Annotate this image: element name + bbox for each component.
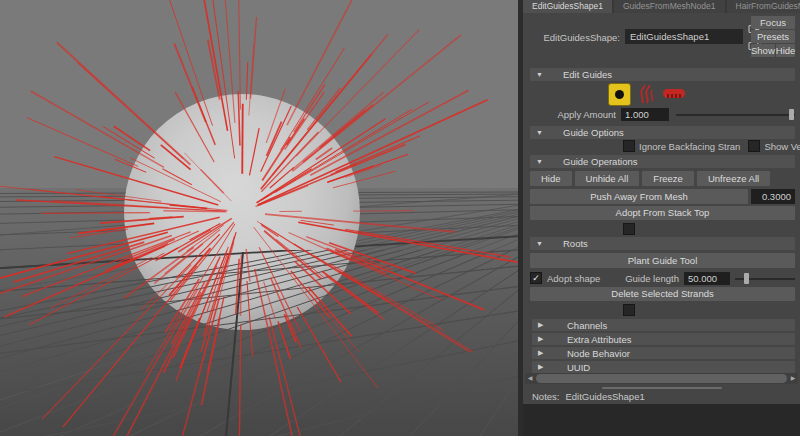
collapsed-triangle-icon: ▶ [538, 363, 548, 371]
adopt-from-stack-button[interactable]: Adopt From Stack Top [530, 206, 795, 220]
adopt-stack-row: Adopt From Stack Top [530, 206, 795, 220]
section-uuid[interactable]: ▶ UUID [532, 361, 795, 373]
slider-handle[interactable] [789, 109, 794, 120]
unlabeled-checkbox[interactable] [623, 304, 635, 316]
node-name-label: EditGuidesShape: [530, 32, 620, 43]
collapsed-triangle-icon: ▶ [538, 349, 548, 357]
node-tab-bar: EditGuidesShape1 GuidesFromMeshNode1 Hai… [523, 0, 800, 13]
horizontal-scrollbar[interactable]: ◀ ▶ [525, 373, 798, 384]
slider-track [676, 114, 795, 116]
ignore-backfacing-label: Ignore Backfacing Stran [639, 141, 740, 152]
node-name-field[interactable]: EditGuidesShape1 [625, 29, 743, 44]
section-edit-guides[interactable]: ▼ Edit Guides [530, 68, 795, 81]
show-button[interactable]: Show [751, 44, 775, 57]
expand-triangle-icon: ▼ [536, 71, 546, 78]
adopt-shape-row: ✓ Adopt shape Guide length 50.000 [530, 271, 795, 285]
edit-guides-toolbar [523, 81, 800, 107]
push-away-button[interactable]: Push Away From Mesh [530, 189, 748, 204]
notes-label: Notes: [532, 391, 559, 402]
guide-operations-buttons: Hide Unhide All Freeze Unfreeze All [530, 171, 795, 186]
tab-hairfromguides[interactable]: HairFromGuidesNode1 [727, 0, 800, 13]
scrollbar-thumb[interactable] [536, 374, 787, 383]
notes-splitter-handle[interactable] [602, 387, 722, 389]
section-node-behavior[interactable]: ▶ Node Behavior [532, 347, 795, 359]
header-buttons: Focus Presets Show Hide [751, 16, 795, 57]
section-guide-operations[interactable]: ▼ Guide Operations [530, 155, 795, 168]
collapsed-triangle-icon: ▶ [538, 335, 548, 343]
section-channels[interactable]: ▶ Channels [532, 319, 795, 331]
section-extra-attributes[interactable]: ▶ Extra Attributes [532, 333, 795, 345]
hide-button[interactable]: Hide [776, 44, 796, 57]
node-name-row: EditGuidesShape: EditGuidesShape1 Focus … [530, 16, 795, 62]
expand-triangle-icon: ▼ [536, 240, 546, 247]
guide-options-row: Ignore Backfacing Stran Show Vertex Tick… [623, 139, 795, 153]
guide-length-label: Guide length [625, 273, 679, 284]
apply-amount-slider[interactable] [676, 108, 795, 121]
apply-amount-row: Apply Amount 1.000 [530, 107, 795, 122]
section-title: Guide Operations [563, 156, 637, 167]
section-title: Extra Attributes [567, 334, 631, 345]
unfreeze-all-button[interactable]: Unfreeze All [697, 171, 770, 186]
notes-label-row: Notes: EditGuidesShape1 [523, 390, 800, 404]
brush-select-icon[interactable] [608, 83, 631, 106]
ignore-backfacing-checkbox[interactable] [623, 140, 635, 152]
focus-button[interactable]: Focus [751, 16, 795, 29]
freeze-button[interactable]: Freeze [642, 171, 694, 186]
apply-amount-field[interactable]: 1.000 [621, 108, 669, 121]
guide-length-field[interactable]: 50.000 [684, 272, 730, 285]
hide-guides-button[interactable]: Hide [530, 171, 572, 186]
scroll-left-icon[interactable]: ◀ [525, 373, 535, 384]
slider-handle[interactable] [744, 273, 749, 284]
tab-editguidesshape[interactable]: EditGuidesShape1 [523, 0, 612, 13]
notes-value: EditGuidesShape1 [565, 391, 644, 402]
section-title: Channels [567, 320, 607, 331]
show-vertex-ticks-label: Show Vertex Ticks [764, 141, 800, 152]
comb-icon[interactable] [662, 86, 686, 102]
plant-guide-tool-button[interactable]: Plant Guide Tool [530, 253, 795, 268]
collapsed-triangle-icon: ▶ [538, 321, 548, 329]
section-title: Edit Guides [563, 69, 612, 80]
attribute-editor-panel: EditGuidesShape1 GuidesFromMeshNode1 Hai… [523, 0, 800, 436]
option-row [530, 222, 795, 235]
guide-length-slider[interactable] [735, 272, 795, 285]
push-away-field[interactable]: 0.3000 [751, 189, 795, 204]
push-away-row: Push Away From Mesh 0.3000 [530, 189, 795, 204]
section-title: UUID [567, 362, 590, 373]
unlabeled-checkbox[interactable] [623, 223, 635, 235]
tab-guidesfrommesh[interactable]: GuidesFromMeshNode1 [614, 0, 725, 13]
unhide-all-button[interactable]: Unhide All [575, 171, 640, 186]
adopt-shape-label: Adopt shape [547, 273, 600, 284]
section-title: Guide Options [563, 127, 624, 138]
delete-strands-row: Delete Selected Strands [530, 287, 795, 301]
plant-guide-row: Plant Guide Tool [530, 253, 795, 268]
viewport-3d[interactable] [0, 0, 518, 436]
section-roots[interactable]: ▼ Roots [530, 237, 795, 250]
section-guide-options[interactable]: ▼ Guide Options [530, 126, 795, 139]
show-vertex-ticks-checkbox[interactable] [748, 140, 760, 152]
section-title: Node Behavior [567, 348, 630, 359]
notes-textarea[interactable] [523, 404, 800, 436]
option-row [530, 303, 795, 316]
expand-triangle-icon: ▼ [536, 158, 546, 165]
scroll-right-icon[interactable]: ▶ [788, 373, 798, 384]
hair-guides [0, 0, 518, 436]
expand-triangle-icon: ▼ [536, 129, 546, 136]
hair-strands-icon[interactable] [638, 84, 655, 104]
presets-button[interactable]: Presets [751, 30, 795, 43]
delete-selected-strands-button[interactable]: Delete Selected Strands [530, 287, 795, 301]
brush-dot [615, 90, 624, 99]
section-title: Roots [563, 238, 588, 249]
adopt-shape-checkbox[interactable]: ✓ [530, 272, 542, 284]
apply-amount-label: Apply Amount [530, 109, 621, 120]
